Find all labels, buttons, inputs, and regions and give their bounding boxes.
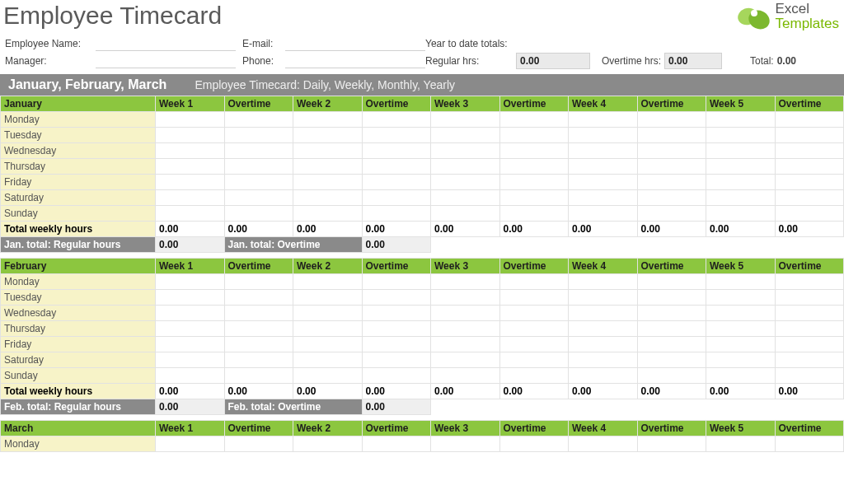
- hours-cell[interactable]: [499, 143, 569, 159]
- hours-cell[interactable]: [569, 143, 638, 159]
- hours-cell[interactable]: [224, 274, 293, 290]
- hours-cell[interactable]: [431, 190, 500, 206]
- hours-cell[interactable]: [431, 290, 500, 306]
- hours-cell[interactable]: [362, 159, 431, 175]
- hours-cell[interactable]: [569, 321, 638, 337]
- hours-cell[interactable]: [775, 321, 844, 337]
- hours-cell[interactable]: [499, 190, 569, 206]
- hours-cell[interactable]: [156, 128, 225, 143]
- hours-cell[interactable]: [706, 112, 776, 128]
- hours-cell[interactable]: [637, 190, 706, 206]
- hours-cell[interactable]: [569, 175, 638, 190]
- hours-cell[interactable]: [637, 321, 706, 337]
- hours-cell[interactable]: [499, 306, 569, 321]
- hours-cell[interactable]: [431, 175, 500, 190]
- hours-cell[interactable]: [431, 112, 500, 128]
- hours-cell[interactable]: [293, 143, 363, 159]
- hours-cell[interactable]: [431, 337, 500, 352]
- hours-cell[interactable]: [156, 112, 225, 128]
- hours-cell[interactable]: [706, 190, 776, 206]
- manager-field[interactable]: [96, 54, 236, 68]
- hours-cell[interactable]: [362, 274, 431, 290]
- hours-cell[interactable]: [431, 159, 500, 175]
- hours-cell[interactable]: [293, 368, 363, 384]
- hours-cell[interactable]: [569, 436, 638, 452]
- hours-cell[interactable]: [156, 436, 225, 452]
- hours-cell[interactable]: [499, 290, 569, 306]
- hours-cell[interactable]: [156, 337, 225, 352]
- hours-cell[interactable]: [156, 190, 225, 206]
- hours-cell[interactable]: [706, 436, 776, 452]
- hours-cell[interactable]: [362, 306, 431, 321]
- hours-cell[interactable]: [637, 368, 706, 384]
- hours-cell[interactable]: [499, 206, 569, 222]
- hours-cell[interactable]: [224, 190, 293, 206]
- hours-cell[interactable]: [706, 368, 776, 384]
- overtime-hrs-value[interactable]: 0.00: [664, 53, 722, 69]
- hours-cell[interactable]: [775, 368, 844, 384]
- hours-cell[interactable]: [569, 352, 638, 368]
- hours-cell[interactable]: [156, 175, 225, 190]
- hours-cell[interactable]: [499, 128, 569, 143]
- hours-cell[interactable]: [499, 112, 569, 128]
- hours-cell[interactable]: [224, 206, 293, 222]
- hours-cell[interactable]: [156, 321, 225, 337]
- hours-cell[interactable]: [775, 436, 844, 452]
- hours-cell[interactable]: [569, 190, 638, 206]
- hours-cell[interactable]: [499, 321, 569, 337]
- hours-cell[interactable]: [156, 290, 225, 306]
- hours-cell[interactable]: [637, 274, 706, 290]
- hours-cell[interactable]: [569, 206, 638, 222]
- hours-cell[interactable]: [224, 290, 293, 306]
- hours-cell[interactable]: [362, 337, 431, 352]
- hours-cell[interactable]: [775, 206, 844, 222]
- hours-cell[interactable]: [224, 128, 293, 143]
- hours-cell[interactable]: [362, 112, 431, 128]
- hours-cell[interactable]: [156, 159, 225, 175]
- hours-cell[interactable]: [637, 143, 706, 159]
- hours-cell[interactable]: [224, 112, 293, 128]
- hours-cell[interactable]: [775, 274, 844, 290]
- hours-cell[interactable]: [499, 159, 569, 175]
- hours-cell[interactable]: [431, 321, 500, 337]
- hours-cell[interactable]: [293, 190, 363, 206]
- hours-cell[interactable]: [431, 143, 500, 159]
- hours-cell[interactable]: [569, 128, 638, 143]
- hours-cell[interactable]: [775, 112, 844, 128]
- hours-cell[interactable]: [637, 206, 706, 222]
- hours-cell[interactable]: [362, 321, 431, 337]
- employee-name-field[interactable]: [96, 36, 236, 51]
- regular-hrs-value[interactable]: 0.00: [516, 53, 590, 69]
- hours-cell[interactable]: [499, 337, 569, 352]
- hours-cell[interactable]: [637, 175, 706, 190]
- hours-cell[interactable]: [362, 368, 431, 384]
- hours-cell[interactable]: [637, 352, 706, 368]
- hours-cell[interactable]: [362, 436, 431, 452]
- hours-cell[interactable]: [706, 128, 776, 143]
- hours-cell[interactable]: [499, 436, 569, 452]
- hours-cell[interactable]: [156, 206, 225, 222]
- hours-cell[interactable]: [775, 190, 844, 206]
- hours-cell[interactable]: [775, 306, 844, 321]
- hours-cell[interactable]: [499, 352, 569, 368]
- hours-cell[interactable]: [156, 306, 225, 321]
- hours-cell[interactable]: [362, 190, 431, 206]
- hours-cell[interactable]: [706, 159, 776, 175]
- hours-cell[interactable]: [293, 337, 363, 352]
- hours-cell[interactable]: [431, 306, 500, 321]
- email-field[interactable]: [285, 36, 425, 51]
- hours-cell[interactable]: [224, 159, 293, 175]
- hours-cell[interactable]: [637, 290, 706, 306]
- hours-cell[interactable]: [431, 274, 500, 290]
- hours-cell[interactable]: [706, 290, 776, 306]
- hours-cell[interactable]: [293, 321, 363, 337]
- hours-cell[interactable]: [293, 206, 363, 222]
- hours-cell[interactable]: [293, 112, 363, 128]
- hours-cell[interactable]: [362, 143, 431, 159]
- hours-cell[interactable]: [293, 274, 363, 290]
- hours-cell[interactable]: [362, 175, 431, 190]
- hours-cell[interactable]: [706, 321, 776, 337]
- hours-cell[interactable]: [224, 352, 293, 368]
- hours-cell[interactable]: [637, 306, 706, 321]
- hours-cell[interactable]: [362, 352, 431, 368]
